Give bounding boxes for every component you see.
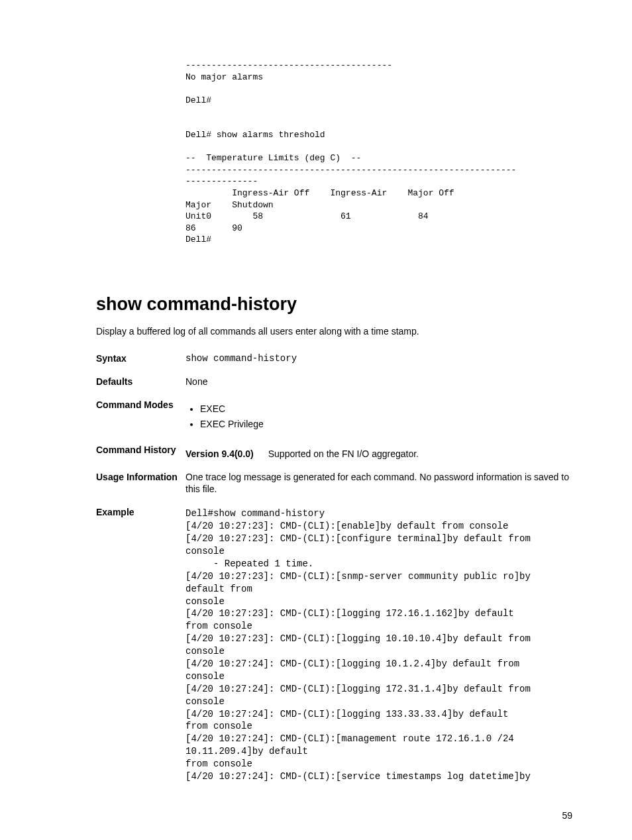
value-example: Dell#show command-history [4/20 10:27:23… — [185, 507, 579, 783]
row-command-modes: Command Modes EXEC EXEC Privilege — [96, 399, 579, 433]
label-command-history: Command History — [96, 444, 185, 456]
version-label: Version 9.4(0.0) — [185, 448, 254, 460]
row-example: Example Dell#show command-history [4/20 … — [96, 506, 579, 783]
mode-item: EXEC — [200, 403, 579, 415]
row-command-history: Command History Version 9.4(0.0) Support… — [96, 444, 579, 460]
mode-item: EXEC Privilege — [200, 418, 579, 431]
value-command-modes: EXEC EXEC Privilege — [185, 399, 579, 433]
row-defaults: Defaults None — [96, 376, 579, 388]
version-description: Supported on the FN I/O aggregator. — [268, 448, 419, 460]
label-defaults: Defaults — [96, 376, 185, 388]
value-usage-information: One trace log message is generated for e… — [185, 471, 579, 496]
label-command-modes: Command Modes — [96, 399, 185, 411]
label-syntax: Syntax — [96, 352, 185, 365]
row-syntax: Syntax show command-history — [96, 352, 579, 365]
section-title: show command-history — [96, 292, 579, 316]
value-syntax: show command-history — [185, 352, 579, 365]
label-usage-information: Usage Information — [96, 471, 185, 484]
row-usage-information: Usage Information One trace log message … — [96, 471, 579, 496]
page-content: ----------------------------------------… — [0, 0, 632, 840]
section-description: Display a buffered log of all commands a… — [96, 325, 579, 338]
page-number: 59 — [96, 810, 579, 822]
top-cli-output: ----------------------------------------… — [185, 60, 579, 246]
value-defaults: None — [185, 376, 579, 388]
label-example: Example — [96, 506, 185, 519]
value-command-history: Version 9.4(0.0) Supported on the FN I/O… — [185, 444, 579, 460]
